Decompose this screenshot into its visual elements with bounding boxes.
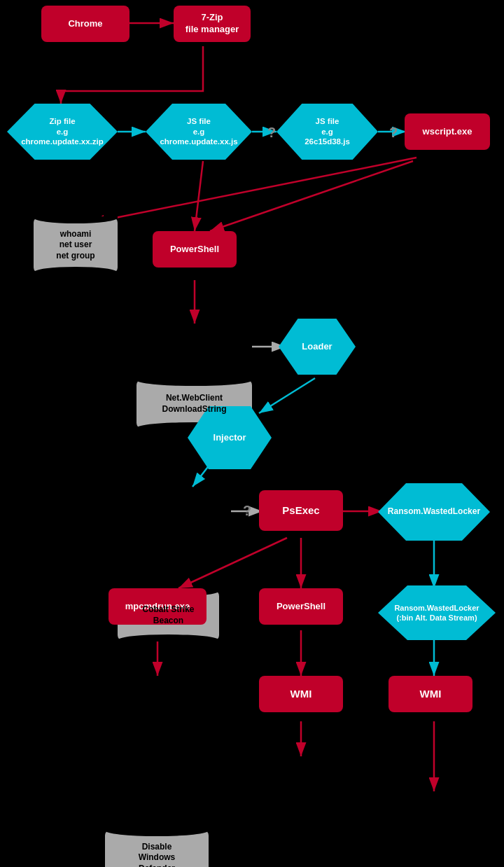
- loader-node: Loader: [279, 319, 356, 375]
- svg-line-12: [259, 378, 315, 413]
- wmi2-node: WMI: [388, 676, 472, 712]
- zip-file-node: Zip filee.gchrome.update.xx.zip: [7, 104, 118, 160]
- question-mark-1: ?: [267, 125, 276, 141]
- whoami-node: whoaminet usernet group: [34, 217, 118, 273]
- svg-line-16: [178, 538, 287, 588]
- svg-line-7: [91, 158, 416, 223]
- svg-line-8: [210, 161, 413, 231]
- js-file1-node: JS filee.gchrome.update.xx.js: [146, 104, 252, 160]
- js-file2-node: JS filee.g26c15d38.js: [276, 104, 378, 160]
- wscript-node: wscript.exe: [405, 113, 490, 150]
- wmi1-node: WMI: [259, 676, 343, 712]
- powershell1-node: PowerShell: [153, 231, 237, 268]
- psexec-node: PsExec: [259, 490, 343, 531]
- powershell2-node: PowerShell: [259, 588, 343, 625]
- ransom1-node: Ransom.WastedLocker: [378, 483, 490, 541]
- svg-line-9: [195, 161, 203, 231]
- zip-manager-node: 7-Zipfile manager: [174, 6, 251, 42]
- question-mark-3: ?: [243, 503, 251, 519]
- disable-defender-node: DisableWindowsDefender: [105, 830, 209, 867]
- ransom2-node: Ransom.WastedLocker(:bin Alt. Data Strea…: [378, 585, 496, 640]
- chrome-node: Chrome: [41, 6, 130, 42]
- question-mark-2: ?: [389, 125, 398, 141]
